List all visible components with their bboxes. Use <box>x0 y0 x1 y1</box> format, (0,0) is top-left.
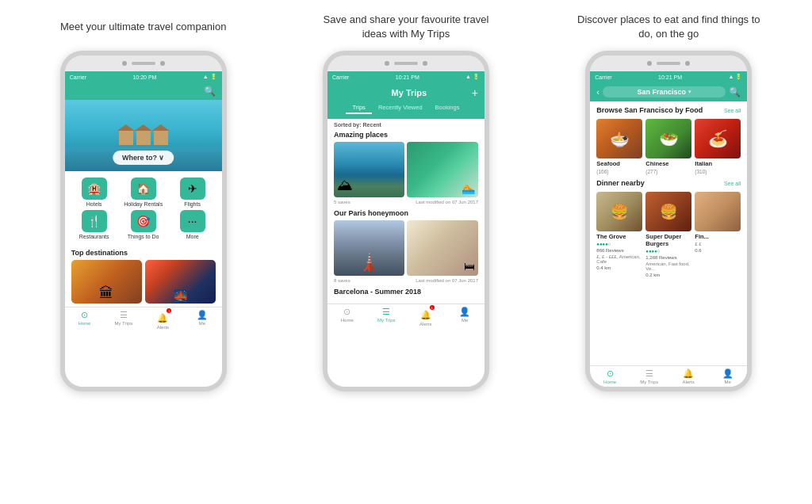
nav-mytrips-1[interactable]: ☰ My Trips <box>104 310 144 330</box>
icon-hotels[interactable]: 🏨 Hotels <box>71 178 117 207</box>
nav-home-1[interactable]: ⊙ Home <box>65 310 105 330</box>
hero-huts <box>73 129 214 149</box>
mytrips-tabs: Trips Recently Viewed Bookings <box>334 102 478 114</box>
carrier-1: Carrier <box>70 74 86 80</box>
icon-more[interactable]: ··· More <box>170 210 216 239</box>
heading-3: Discover places to eat and find things t… <box>573 8 764 46</box>
burgers-dist: 0.2 km <box>645 273 691 277</box>
alerts-nav-icon: 🔔 <box>157 313 168 323</box>
nav-me-2[interactable]: 👤 Me <box>445 307 485 326</box>
speaker-1 <box>132 62 155 65</box>
nav-alerts-3[interactable]: 🔔 Alerts <box>668 368 708 384</box>
trip-barcelona[interactable]: Barcelona - Summer 2018 <box>327 288 485 304</box>
see-all-food[interactable]: See all <box>724 108 741 113</box>
nav-me-1[interactable]: 👤 Me <box>182 310 222 330</box>
phone-top-bar-1 <box>65 55 222 71</box>
icon-flights[interactable]: ✈ Flights <box>170 178 216 207</box>
carrier-3: Carrier <box>595 74 611 80</box>
more-icon: ··· <box>180 210 205 232</box>
time-3: 10:21 PM <box>658 74 682 80</box>
phone-top-bar-2 <box>327 55 485 71</box>
burgers-name: Super Duper Burgers <box>645 233 691 247</box>
dinner-grove[interactable]: The Grove ●●●●○ 866 Reviews £, £ - £££, … <box>596 192 642 277</box>
chinese-image <box>645 119 691 158</box>
me-nav-icon-3: 👤 <box>722 368 733 379</box>
phone1-header: 🔍 <box>65 82 222 100</box>
phone-2-screen: Carrier 10:21 PM ▲ 🔋 My Trips + Trips Re… <box>327 71 485 387</box>
alerts-nav-label: Alerts <box>157 325 169 330</box>
burgers-reviews: 1,268 Reviews <box>645 255 691 260</box>
home-nav-icon-3: ⊙ <box>607 368 614 379</box>
trip-name-3: Barcelona - Summer 2018 <box>334 288 478 296</box>
dinner-third[interactable]: Fin... £ £ 0.6 <box>695 192 741 277</box>
third-name: Fin... <box>695 233 741 240</box>
icon-things-to-do[interactable]: 🎯 Things to Do <box>121 210 167 239</box>
dinner-title: Dinner nearby <box>596 179 645 187</box>
things-label: Things to Do <box>128 234 159 239</box>
nav-mytrips-2[interactable]: ☰ My Trips <box>366 307 406 326</box>
search-icon-1[interactable]: 🔍 <box>204 86 216 97</box>
trip-meta-1: 5 saves Last modified on 07 Jun 2017 <box>334 200 478 204</box>
sorted-by: Sorted by: Recent <box>327 119 485 131</box>
status-bar-3: Carrier 10:21 PM ▲ 🔋 <box>590 71 747 82</box>
food-italian[interactable]: Italian (310) <box>695 119 741 174</box>
location-selector[interactable]: San Francisco ▾ <box>603 86 726 97</box>
me-nav-label-3: Me <box>724 380 730 384</box>
food-seafood[interactable]: Seafood (166) <box>596 119 642 174</box>
alerts-badge-1: 🔔 1 <box>157 310 168 324</box>
icon-restaurants[interactable]: 🍴 Restaurants <box>71 210 117 239</box>
hut-2 <box>136 129 151 145</box>
mytrips-nav-label-2: My Trips <box>377 318 396 323</box>
camera-3 <box>385 61 389 66</box>
grove-name: The Grove <box>596 233 642 240</box>
home-nav-label-2: Home <box>341 318 354 323</box>
back-button[interactable]: ‹ <box>596 87 599 97</box>
time-2: 10:21 PM <box>396 74 419 80</box>
camera-2 <box>160 61 165 66</box>
icons-grid: 🏨 Hotels 🏠 Holiday Rentals ✈ Flights 🍴 R… <box>65 171 222 246</box>
trip-meta-2: 8 saves Last modified on 07 Jun 2017 <box>334 278 478 283</box>
home-nav-label-3: Home <box>603 380 616 384</box>
trip-modified-2: Last modified on 07 Jun 2017 <box>416 278 478 283</box>
more-label: More <box>186 234 199 239</box>
search-icon-3[interactable]: 🔍 <box>729 86 741 97</box>
nav-me-3[interactable]: 👤 Me <box>708 368 748 384</box>
column-2: Save and share your favourite travel ide… <box>278 8 533 391</box>
nav-home-2[interactable]: ⊙ Home <box>327 307 367 326</box>
column-3: Discover places to eat and find things t… <box>542 8 796 391</box>
mytrips-nav-label: My Trips <box>115 321 133 326</box>
plus-button[interactable]: + <box>472 86 478 99</box>
where-to-button[interactable]: Where to? ∨ <box>113 151 174 165</box>
nav-mytrips-3[interactable]: ☰ My Trips <box>630 368 669 384</box>
dest-image-2[interactable] <box>145 260 216 304</box>
hut-1 <box>119 129 133 145</box>
camera-5 <box>647 61 652 66</box>
food-chinese[interactable]: Chinese (277) <box>645 119 691 174</box>
nav-alerts-1[interactable]: 🔔 1 Alerts <box>144 310 183 330</box>
signal-3: ▲ 🔋 <box>728 74 742 80</box>
holiday-rentals-label: Holiday Rentals <box>124 201 163 207</box>
bottom-nav-2: ⊙ Home ☰ My Trips 🔔 1 Alerts <box>327 304 485 329</box>
nav-home-3[interactable]: ⊙ Home <box>590 368 630 384</box>
heading-1: Meet your ultimate travel companion <box>60 8 227 46</box>
signal-2: ▲ 🔋 <box>465 74 480 80</box>
badge-dot-2: 1 <box>430 305 435 310</box>
see-all-dinner[interactable]: See all <box>724 181 741 186</box>
food-grid: Seafood (166) Chinese (277) Italian (310… <box>596 119 741 174</box>
burgers-type: American, Fast food, Ve... <box>645 262 691 271</box>
trip-amazing-places[interactable]: Amazing places 5 saves Last modified on … <box>327 131 485 209</box>
icon-holiday-rentals[interactable]: 🏠 Holiday Rentals <box>121 178 167 207</box>
home-nav-icon-2: ⊙ <box>343 307 350 317</box>
third-dist: 0.6 <box>695 248 741 253</box>
dest-image-1[interactable] <box>71 260 142 304</box>
trip-paris[interactable]: Our Paris honeymoon 8 saves Last modifie… <box>327 209 485 288</box>
trip-img-hotel <box>407 220 478 276</box>
tab-bookings[interactable]: Bookings <box>429 102 466 114</box>
hotels-icon: 🏨 <box>82 178 107 200</box>
mytrips-nav-icon-3: ☰ <box>645 368 653 379</box>
tab-recently-viewed[interactable]: Recently Viewed <box>372 102 429 114</box>
alerts-nav-icon-2: 🔔 <box>420 310 431 319</box>
nav-alerts-2[interactable]: 🔔 1 Alerts <box>406 307 446 326</box>
tab-trips[interactable]: Trips <box>346 102 371 114</box>
dinner-burgers[interactable]: Super Duper Burgers ●●●●○ 1,268 Reviews … <box>645 192 691 277</box>
